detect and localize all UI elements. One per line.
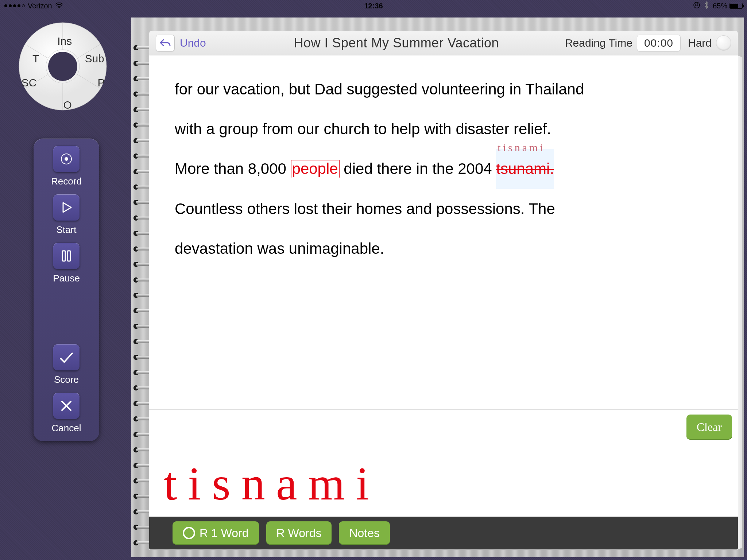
svg-point-3 [48, 52, 77, 81]
bottom-action-bar: R 1 Word R Words Notes [149, 517, 738, 549]
reading-stage: Undo How I Spent My Summer Vacation Read… [131, 18, 744, 557]
start-button[interactable] [53, 194, 80, 221]
hard-toggle[interactable] [716, 35, 731, 51]
svg-point-0 [58, 7, 59, 8]
replay-one-word-button[interactable]: R 1 Word [173, 521, 259, 545]
marked-word[interactable]: people [291, 160, 340, 177]
page-toolbar: Undo How I Spent My Summer Vacation Read… [149, 31, 738, 55]
undo-label[interactable]: Undo [180, 37, 206, 49]
pause-button[interactable] [53, 243, 80, 269]
cancel-button[interactable] [53, 393, 80, 419]
wifi-icon [55, 2, 63, 10]
recording-controls-panel: Record Start Pause Score Cancel [34, 139, 99, 441]
signal-strength-icon [4, 4, 25, 7]
passage-line: More than 8,000 [175, 160, 291, 177]
orientation-lock-icon [693, 1, 700, 11]
undo-arrow-icon [160, 38, 171, 48]
bluetooth-icon [704, 1, 709, 11]
handwritten-text: tisnami [164, 460, 380, 507]
svg-rect-14 [62, 251, 65, 261]
status-bar: Verizon 12:36 65% [0, 0, 747, 12]
battery-percent: 65% [713, 2, 727, 10]
story-title: How I Spent My Summer Vacation [233, 35, 560, 51]
record-button[interactable] [53, 146, 80, 172]
score-button[interactable] [53, 344, 80, 370]
record-label: Record [51, 176, 82, 187]
pause-label: Pause [53, 273, 80, 284]
cancel-label: Cancel [52, 423, 81, 434]
start-label: Start [57, 224, 77, 236]
passage-text[interactable]: for our vacation, but Dad suggested volu… [149, 55, 738, 409]
battery-icon [729, 3, 743, 9]
circle-icon [183, 527, 195, 539]
undo-button[interactable] [156, 35, 175, 51]
hard-label: Hard [688, 37, 712, 49]
error-code-wheel: Ins Sub P O SC T [15, 18, 111, 114]
substitution-annotation: tisnami [498, 133, 545, 162]
reading-time-label: Reading Time [565, 37, 632, 49]
substituted-word[interactable]: tisnamitsunami. [496, 149, 554, 188]
passage-line: for our vacation, but Dad suggested volu… [175, 81, 584, 98]
clock: 12:36 [364, 2, 383, 10]
score-label: Score [54, 374, 79, 385]
reading-time-value: 00:00 [637, 35, 681, 51]
battery-indicator: 65% [713, 2, 743, 10]
passage-line: died there in the 2004 [340, 160, 496, 177]
handwriting-pad[interactable]: Clear tisnami [149, 409, 738, 517]
clear-button[interactable]: Clear [686, 415, 732, 440]
svg-rect-15 [67, 251, 70, 261]
replay-words-button[interactable]: R Words [266, 521, 332, 545]
passage-line: devastation was unimaginable. [175, 240, 384, 257]
svg-point-13 [65, 157, 68, 161]
passage-line: with a group from our church to help wit… [175, 120, 551, 137]
passage-line: Countless others lost their homes and po… [175, 200, 555, 217]
notes-button[interactable]: Notes [339, 521, 390, 545]
carrier-label: Verizon [28, 2, 52, 10]
